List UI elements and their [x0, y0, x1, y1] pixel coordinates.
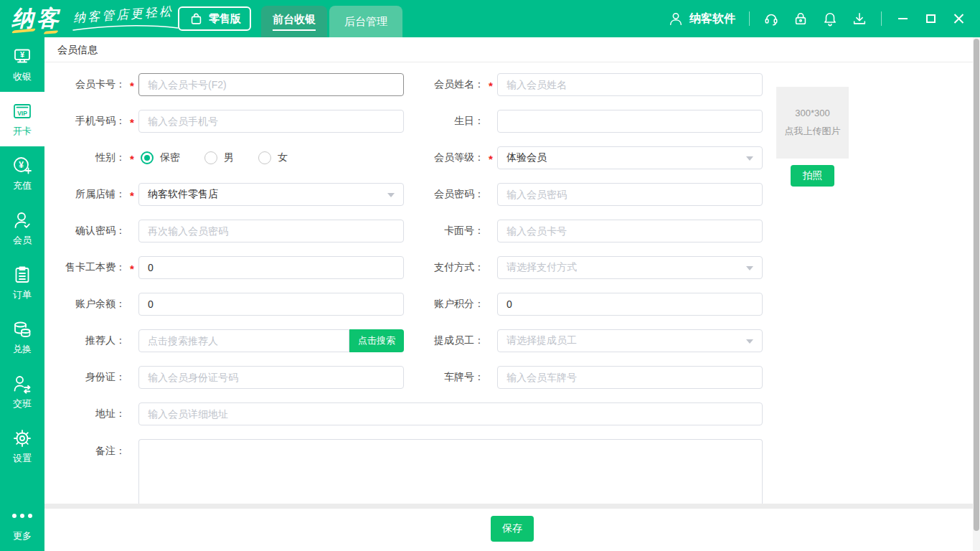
radio-label: 女 [278, 151, 288, 164]
divider [881, 11, 882, 26]
minimize-button[interactable] [895, 11, 910, 26]
more-dots-icon [12, 506, 32, 526]
svg-text:¥: ¥ [20, 50, 25, 59]
sidebar-item-recharge[interactable]: ¥ 充值 [0, 146, 44, 201]
maximize-icon [926, 14, 936, 23]
photo-upload-hint: 点我上传图片 [785, 125, 841, 138]
field-birthday: 生日： [391, 110, 763, 133]
scrollbar-track[interactable] [973, 37, 980, 551]
member-level-select[interactable]: 体验会员 [497, 146, 763, 169]
field-confirm-password: 确认密码： [54, 220, 404, 242]
shopping-bag-icon [188, 11, 204, 27]
minimize-icon [898, 18, 908, 19]
field-label: 生日： [391, 115, 484, 128]
sidebar-item-label: 会员 [13, 234, 32, 247]
tab-back-management[interactable]: 后台管理 [329, 6, 402, 37]
field-referrer: 推荐人： 点击搜索 [54, 329, 404, 352]
radio-label: 保密 [160, 151, 180, 164]
id-card-input[interactable] [138, 366, 404, 389]
sidebar-item-shift[interactable]: 交班 [0, 364, 44, 419]
field-label: 手机号码： [54, 115, 126, 128]
close-icon [953, 14, 964, 24]
bell-icon[interactable] [822, 11, 838, 27]
phone-input[interactable] [138, 110, 404, 133]
field-label: 卡面号： [391, 225, 484, 237]
photo-upload-box[interactable]: 300*300 点我上传图片 [776, 87, 849, 159]
gear-icon [12, 428, 32, 448]
radio-circle [258, 151, 271, 164]
field-label: 会员姓名： [391, 78, 484, 91]
field-label: 账户积分： [391, 298, 484, 311]
plate-no-input[interactable] [497, 366, 763, 389]
scrollbar-thumb[interactable] [974, 39, 979, 531]
radio-female[interactable]: 女 [258, 151, 288, 164]
take-photo-button[interactable]: 拍照 [791, 165, 834, 187]
section-divider [44, 504, 980, 509]
sidebar-item-more[interactable]: 更多 [0, 496, 44, 551]
field-label: 地址： [54, 408, 126, 420]
select-placeholder: 请选择支付方式 [507, 261, 577, 274]
required-star: * [126, 260, 138, 275]
close-button[interactable] [951, 11, 966, 26]
edition-badge: 零售版 [178, 6, 251, 31]
divider [749, 11, 750, 26]
password-input[interactable] [497, 183, 763, 206]
field-card-no: 会员卡号： * [54, 73, 404, 96]
sidebar-item-settings[interactable]: 设置 [0, 419, 44, 474]
photo-size-hint: 300*300 [795, 108, 829, 118]
sidebar-item-open-card[interactable]: VIP 开卡 [0, 92, 44, 146]
page-title: 会员信息 [44, 37, 973, 62]
select-placeholder: 请选择提成员工 [507, 334, 577, 347]
field-points: 账户积分： [391, 293, 763, 316]
user-account[interactable]: 纳客软件 [668, 11, 735, 27]
tab-front-cashier[interactable]: 前台收银 [261, 6, 327, 37]
star-spacer [484, 340, 497, 342]
gender-radio-group: 保密 男 女 [138, 151, 288, 164]
download-icon[interactable] [852, 11, 867, 27]
sidebar-item-exchange[interactable]: 兑换 [0, 310, 44, 364]
field-label: 会员等级： [391, 151, 484, 164]
store-select[interactable]: 纳客软件零售店 [138, 183, 404, 206]
svg-text:¥: ¥ [19, 159, 24, 169]
field-phone: 手机号码： * [54, 110, 404, 133]
sidebar-item-member[interactable]: 会员 [0, 201, 44, 255]
select-value: 体验会员 [507, 151, 547, 164]
headset-icon[interactable] [763, 11, 779, 27]
sidebar-item-orders[interactable]: 订单 [0, 255, 44, 310]
radio-secret[interactable]: 保密 [141, 151, 180, 164]
card-no-input[interactable] [138, 73, 404, 96]
birthday-input[interactable] [497, 110, 763, 133]
pay-method-select[interactable]: 请选择支付方式 [497, 256, 763, 279]
maximize-button[interactable] [923, 11, 938, 26]
username: 纳客软件 [689, 11, 735, 27]
field-label: 支付方式： [391, 261, 484, 274]
chevron-down-icon [746, 156, 753, 161]
app-slogan: 纳客管店更轻松 [72, 3, 174, 27]
radio-circle [141, 151, 154, 164]
remark-textarea[interactable] [138, 439, 763, 504]
lock-icon[interactable] [793, 11, 809, 27]
points-input[interactable] [497, 293, 763, 316]
field-password: 会员密码： [391, 183, 763, 206]
member-name-input[interactable] [497, 73, 763, 96]
star-spacer [484, 121, 497, 123]
sidebar-item-label: 收银 [13, 70, 32, 83]
address-input[interactable] [138, 402, 763, 425]
commission-staff-select[interactable]: 请选择提成员工 [497, 329, 763, 352]
sidebar-item-cashier[interactable]: ¥ 收银 [0, 37, 44, 92]
star-spacer [126, 377, 138, 379]
card-face-no-input[interactable] [497, 220, 763, 242]
field-address: 地址： [54, 402, 763, 425]
sidebar-item-label: 充值 [13, 179, 32, 192]
star-spacer [126, 303, 138, 306]
field-plate-no: 车牌号： [391, 366, 763, 389]
radio-male[interactable]: 男 [204, 151, 234, 164]
field-remark: 备注： [54, 439, 763, 462]
field-label: 备注： [54, 439, 126, 458]
card-fee-input[interactable] [138, 256, 404, 279]
save-button[interactable]: 保存 [491, 516, 534, 542]
confirm-password-input[interactable] [138, 220, 404, 242]
sidebar-item-label: 开卡 [13, 125, 32, 138]
referrer-input[interactable] [138, 329, 349, 352]
balance-input[interactable] [138, 293, 404, 316]
